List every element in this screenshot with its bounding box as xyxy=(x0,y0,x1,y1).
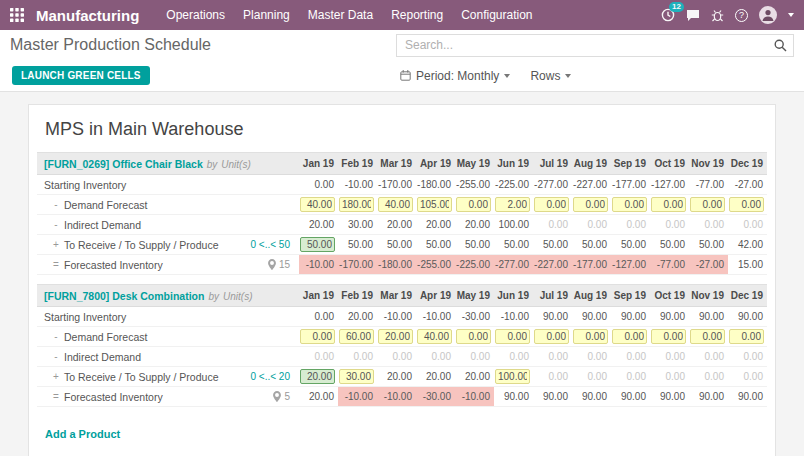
forecast-input[interactable] xyxy=(339,197,374,212)
forecast-input[interactable] xyxy=(300,197,335,212)
mps-cell xyxy=(494,367,533,387)
mps-cell: 42.00 xyxy=(728,235,767,255)
bug-icon[interactable] xyxy=(711,9,724,22)
forecast-input[interactable] xyxy=(651,329,686,344)
add-product-link[interactable]: Add a Product xyxy=(45,428,120,440)
mps-cell: 0.00 xyxy=(494,347,533,367)
forecast-input[interactable] xyxy=(378,329,413,344)
uom-label: Unit(s) xyxy=(221,159,250,170)
mps-cell: 0.00 xyxy=(728,367,767,387)
forecast-input[interactable] xyxy=(612,197,647,212)
launch-green-cells-button[interactable]: LAUNCH GREEN CELLS xyxy=(12,66,150,85)
mps-cell: -27.00 xyxy=(689,255,728,275)
menu-operations[interactable]: Operations xyxy=(157,0,234,30)
mps-cell xyxy=(650,327,689,347)
rows-filter[interactable]: Rows xyxy=(530,69,571,83)
forecast-input[interactable] xyxy=(495,369,530,384)
mps-row: +To Receive / To Supply / Produce0 <..< … xyxy=(37,367,767,387)
search-input[interactable] xyxy=(403,37,774,53)
mps-cell: 0.00 xyxy=(299,307,338,327)
supply-input[interactable] xyxy=(300,237,335,252)
product-header-row: [FURN_0269] Office Chair BlackbyUnit(s)J… xyxy=(37,153,767,175)
forecast-input[interactable] xyxy=(378,197,413,212)
user-menu-caret-icon[interactable] xyxy=(788,13,794,17)
month-header: Mar 19 xyxy=(377,285,416,307)
month-header: Apr 19 xyxy=(416,153,455,175)
mps-cell: -170.00 xyxy=(338,255,377,275)
month-header: Oct 19 xyxy=(650,153,689,175)
month-header: Mar 19 xyxy=(377,153,416,175)
menu-planning[interactable]: Planning xyxy=(234,0,299,30)
mps-row: Starting Inventory0.0020.00-10.00-10.00-… xyxy=(37,307,767,327)
mps-cell xyxy=(533,327,572,347)
forecast-input[interactable] xyxy=(339,369,374,384)
forecast-input[interactable] xyxy=(417,329,452,344)
mps-cell: -180.00 xyxy=(416,175,455,195)
forecast-input[interactable] xyxy=(573,197,608,212)
mps-cell: 50.00 xyxy=(611,235,650,255)
menu-configuration[interactable]: Configuration xyxy=(452,0,541,30)
mps-cell xyxy=(416,327,455,347)
mps-cell: 0.00 xyxy=(728,347,767,367)
supply-input[interactable] xyxy=(300,369,335,384)
forecast-input[interactable] xyxy=(534,197,569,212)
month-header: Jul 19 xyxy=(533,153,572,175)
mps-row: +To Receive / To Supply / Produce0 <..< … xyxy=(37,235,767,255)
forecast-input[interactable] xyxy=(495,197,530,212)
user-avatar[interactable] xyxy=(759,6,777,24)
forecast-input[interactable] xyxy=(300,329,335,344)
forecast-input[interactable] xyxy=(417,197,452,212)
mps-cell: 50.00 xyxy=(650,235,689,255)
forecast-input[interactable] xyxy=(690,197,725,212)
forecast-input[interactable] xyxy=(456,197,491,212)
mps-cell: -77.00 xyxy=(650,255,689,275)
forecast-input[interactable] xyxy=(456,329,491,344)
mps-cell xyxy=(689,195,728,215)
by-label: by xyxy=(208,291,219,302)
forecast-input[interactable] xyxy=(651,197,686,212)
mps-cell: 0.00 xyxy=(650,215,689,235)
mps-cell xyxy=(650,195,689,215)
mps-cell xyxy=(299,327,338,347)
menu-master-data[interactable]: Master Data xyxy=(299,0,382,30)
period-filter[interactable]: Period: Monthly xyxy=(400,69,510,83)
mps-cell: -255.00 xyxy=(455,175,494,195)
row-sign: = xyxy=(51,259,61,270)
mps-row: =Forecasted Inventory520.00-10.00-10.00-… xyxy=(37,387,767,407)
mps-row: =Forecasted Inventory15-10.00-170.00-180… xyxy=(37,255,767,275)
search-icon[interactable] xyxy=(774,39,787,52)
mps-cell: -10.00 xyxy=(338,387,377,407)
forecast-input[interactable] xyxy=(495,329,530,344)
activity-clock-icon[interactable]: 12 xyxy=(661,8,675,22)
forecast-input[interactable] xyxy=(690,329,725,344)
forecast-input[interactable] xyxy=(339,329,374,344)
mps-cell: 90.00 xyxy=(572,387,611,407)
mps-cell xyxy=(299,235,338,255)
month-header: Dec 19 xyxy=(728,285,767,307)
mps-cell: 50.00 xyxy=(572,235,611,255)
forecast-input[interactable] xyxy=(729,197,764,212)
mps-cell: 90.00 xyxy=(689,307,728,327)
menu-reporting[interactable]: Reporting xyxy=(382,0,452,30)
apps-menu-icon[interactable] xyxy=(8,8,26,22)
mps-cell: 0.00 xyxy=(611,215,650,235)
mps-cell: -255.00 xyxy=(416,255,455,275)
row-sign: + xyxy=(51,371,61,382)
row-sign: = xyxy=(51,391,61,402)
product-link[interactable]: [FURN_7800] Desk Combination xyxy=(44,290,204,302)
mps-cell xyxy=(299,195,338,215)
forecast-input[interactable] xyxy=(573,329,608,344)
location-pin: 5 xyxy=(273,391,298,402)
by-label: by xyxy=(207,159,218,170)
mps-cell: -277.00 xyxy=(494,255,533,275)
forecast-input[interactable] xyxy=(729,329,764,344)
forecast-input[interactable] xyxy=(612,329,647,344)
mps-cell xyxy=(455,195,494,215)
row-label: Indirect Demand xyxy=(64,351,141,363)
forecast-input[interactable] xyxy=(534,329,569,344)
help-icon[interactable]: ? xyxy=(735,9,748,22)
product-link[interactable]: [FURN_0269] Office Chair Black xyxy=(44,158,203,170)
mps-table: [FURN_0269] Office Chair BlackbyUnit(s)J… xyxy=(37,152,767,275)
chat-icon[interactable] xyxy=(686,9,700,22)
mps-cell: 20.00 xyxy=(338,307,377,327)
